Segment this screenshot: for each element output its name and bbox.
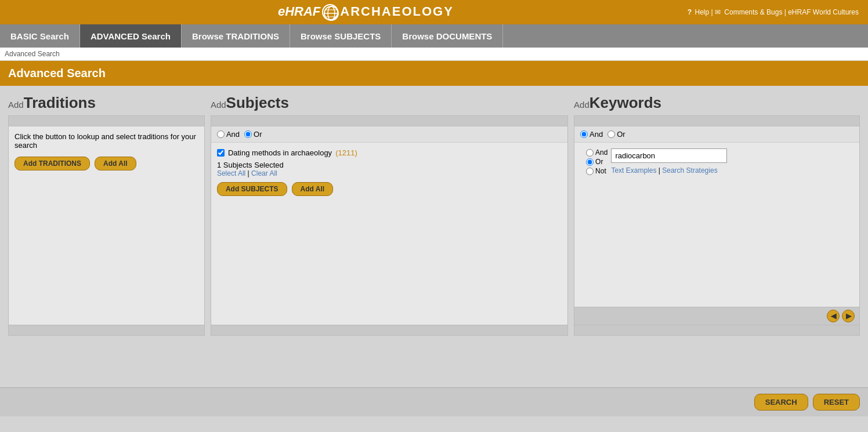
subjects-box: And Or Dating methods in archaeology (12… [211, 115, 568, 336]
keywords-title-main: Keywords [589, 94, 661, 111]
world-cultures-label[interactable]: eHRAF World Cultures [788, 8, 859, 16]
main-content: AddTraditions Click the button to lookup… [0, 86, 868, 387]
subjects-title: AddSubjects [211, 94, 568, 112]
help-question[interactable]: ? [688, 8, 692, 16]
comments-label[interactable]: Comments & Bugs [724, 8, 782, 16]
add-subjects-button[interactable]: Add SUBJECTS [217, 182, 287, 196]
page-title: Advanced Search [8, 67, 106, 79]
traditions-add-prefix: Add [8, 100, 24, 110]
subject-label: Dating methods in archaeology [228, 148, 332, 157]
tab-subjects[interactable]: Browse SUBJECTS [290, 24, 392, 48]
clear-all-link[interactable]: Clear All [251, 169, 277, 177]
keywords-add-prefix: Add [574, 100, 589, 110]
traditions-box-header [9, 116, 204, 126]
text-examples-link[interactable]: Text Examples [611, 166, 656, 175]
prev-keyword-button[interactable]: ◀ [827, 310, 840, 322]
traditions-panel: AddTraditions Click the button to lookup… [8, 94, 205, 336]
search-columns: AddTraditions Click the button to lookup… [8, 94, 860, 336]
traditions-box-footer [9, 325, 204, 335]
traditions-add-all-button[interactable]: Add All [95, 157, 136, 170]
keywords-sub-not-radio[interactable] [586, 168, 594, 175]
subjects-add-all-button[interactable]: Add All [292, 182, 334, 196]
traditions-box: Click the button to lookup and select tr… [8, 115, 205, 336]
traditions-body: Click the button to lookup and select tr… [9, 126, 204, 325]
keywords-or-radio[interactable] [607, 130, 615, 138]
top-links: ? Help | ✉ Comments & Bugs | eHRAF World… [688, 8, 859, 16]
breadcrumb: Advanced Search [0, 48, 868, 61]
keywords-sub-and-label[interactable]: And [586, 148, 607, 157]
subjects-add-prefix: Add [211, 100, 226, 110]
keywords-sub-or-label[interactable]: Or [586, 158, 607, 166]
keywords-and-radio-label[interactable]: And [580, 130, 603, 139]
action-bar: SEARCH RESET [0, 387, 868, 416]
subjects-content: Dating methods in archaeology (1211) 1 S… [211, 143, 567, 325]
tab-advanced[interactable]: ADVANCED Search [80, 24, 182, 48]
keywords-body: And Or Not Text Exa [574, 143, 859, 307]
traditions-description: Click the button to lookup and select tr… [15, 132, 198, 150]
subjects-box-header [211, 116, 567, 126]
subject-checkbox[interactable] [217, 149, 225, 157]
logo-area: eHRAF ARCHAEOLOGY [44, 4, 688, 20]
subjects-or-radio[interactable] [244, 130, 252, 138]
tab-documents[interactable]: Browse DOCUMENTS [392, 24, 503, 48]
subject-item: Dating methods in archaeology (1211) [217, 148, 562, 157]
keyword-input[interactable] [611, 148, 727, 163]
subjects-and-radio[interactable] [217, 130, 225, 138]
next-keyword-button[interactable]: ▶ [842, 310, 855, 322]
keywords-nav-row: ◀ ▶ [574, 307, 859, 325]
logo-globe [322, 4, 338, 20]
keywords-box-header [574, 116, 859, 126]
reset-button[interactable]: RESET [813, 394, 860, 411]
subjects-or-radio-label[interactable]: Or [244, 130, 262, 139]
top-bar: eHRAF ARCHAEOLOGY ? Help | ✉ Comments & … [0, 0, 868, 24]
keyword-links: Text Examples | Search Strategies [611, 166, 727, 175]
subjects-and-radio-label[interactable]: And [217, 130, 240, 139]
keywords-box: And Or And Or [574, 115, 860, 336]
select-all-link[interactable]: Select All [217, 169, 245, 177]
keywords-and-radio[interactable] [580, 130, 588, 138]
add-traditions-button[interactable]: Add TRADITIONS [15, 157, 90, 170]
logo-left: eHRAF [278, 4, 320, 20]
subjects-selected-count: 1 Subjects Selected [217, 161, 562, 169]
keywords-sub-and-radio[interactable] [586, 149, 594, 157]
breadcrumb-text: Advanced Search [5, 50, 60, 58]
keywords-and-or-row: And Or [574, 126, 859, 143]
search-button[interactable]: SEARCH [754, 394, 808, 411]
keywords-panel: AddKeywords And Or [574, 94, 860, 336]
traditions-title-main: Traditions [24, 94, 96, 111]
keywords-box-footer [574, 325, 859, 335]
keywords-or-radio-label[interactable]: Or [607, 130, 625, 139]
subjects-and-or-row: And Or [211, 126, 567, 143]
keywords-sub-not-label[interactable]: Not [586, 167, 607, 175]
select-clear-row: Select All | Clear All [217, 169, 562, 177]
page-header: Advanced Search [0, 61, 868, 86]
mail-icon: ✉ [715, 8, 721, 16]
help-label[interactable]: Help [695, 8, 710, 16]
nav-tabs: BASIC Search ADVANCED Search Browse TRAD… [0, 24, 868, 48]
keywords-sub-radio-col: And Or Not [586, 148, 607, 175]
keywords-title: AddKeywords [574, 94, 860, 112]
tab-basic[interactable]: BASIC Search [0, 24, 80, 48]
keywords-input-col: Text Examples | Search Strategies [611, 148, 727, 175]
logo-right: ARCHAEOLOGY [340, 4, 454, 20]
subjects-title-main: Subjects [226, 94, 289, 111]
subjects-box-footer [211, 325, 567, 335]
subjects-panel: AddSubjects And Or Dating methods i [211, 94, 568, 336]
traditions-title: AddTraditions [8, 94, 205, 112]
subject-count: (1211) [335, 148, 357, 157]
search-strategies-link[interactable]: Search Strategies [662, 166, 717, 175]
tab-traditions[interactable]: Browse TRADITIONS [182, 24, 290, 48]
keywords-sub-or-radio[interactable] [586, 158, 594, 166]
